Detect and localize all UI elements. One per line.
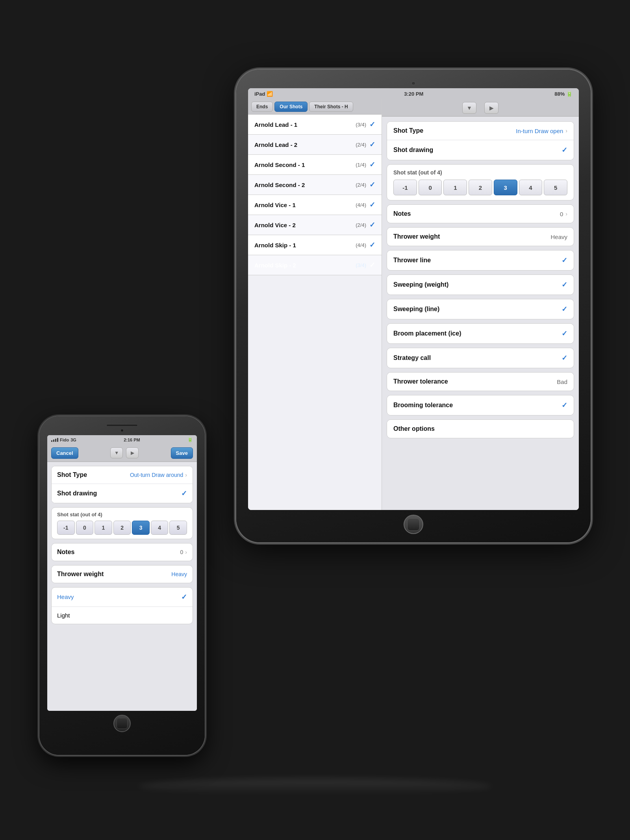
stat-btn-minus1[interactable]: -1 bbox=[393, 180, 417, 195]
iphone-dropdown-light[interactable]: Light bbox=[52, 607, 193, 624]
iphone-screen: Fido 3G 2:16 PM 🔋 Cancel ▼ ▶ Save bbox=[47, 435, 197, 711]
other-options-section: Other options bbox=[387, 419, 574, 438]
shot-stat-section: Shot stat (out of 4) -1 0 1 2 3 4 5 bbox=[387, 164, 574, 200]
ipad-content: Ends Our Shots Their Shots - H Arnold Le… bbox=[248, 99, 579, 510]
shot-drawing-row[interactable]: Shot drawing ✓ bbox=[387, 140, 574, 160]
iphone-stat-btn-5[interactable]: 5 bbox=[169, 521, 187, 535]
shot-type-row[interactable]: Shot Type In-turn Draw open › bbox=[387, 122, 574, 140]
stat-btn-2[interactable]: 2 bbox=[469, 180, 492, 195]
ipad-home-button[interactable] bbox=[404, 515, 423, 534]
thrower-tolerance-section: Thrower tolerance Bad bbox=[387, 372, 574, 391]
ipad-tab-ends[interactable]: Ends bbox=[251, 102, 273, 112]
ipad-time: 3:20 PM bbox=[404, 91, 423, 97]
iphone-home-button[interactable] bbox=[113, 715, 131, 732]
ipad-toolbar: ▼ ▶ bbox=[382, 99, 579, 117]
stat-btn-0[interactable]: 0 bbox=[419, 180, 442, 195]
brooming-tolerance-section: Brooming tolerance ✓ bbox=[387, 395, 574, 415]
save-button[interactable]: Save bbox=[171, 447, 193, 459]
iphone-form: Shot Type Out-turn Draw around › Shot dr… bbox=[47, 462, 197, 711]
stat-btn-5[interactable]: 5 bbox=[544, 180, 567, 195]
iphone-battery-icon: 🔋 bbox=[187, 437, 193, 442]
iphone-time: 2:16 PM bbox=[124, 438, 140, 442]
ipad-screen: iPad 📶 3:20 PM 88% 🔋 Ends Our Shots Thei… bbox=[248, 88, 579, 510]
stat-btn-3[interactable]: 3 bbox=[494, 180, 517, 195]
stat-btn-1[interactable]: 1 bbox=[443, 180, 467, 195]
list-item[interactable]: Arnold Skip - 1 (4/4) ✓ bbox=[248, 235, 382, 255]
iphone-dropdown-heavy[interactable]: Heavy ✓ bbox=[52, 588, 193, 607]
notes-row[interactable]: Notes 0 › bbox=[387, 205, 574, 223]
ipad-tabs: Ends Our Shots Their Shots - H bbox=[248, 99, 382, 115]
strategy-call-row[interactable]: Strategy call ✓ bbox=[387, 348, 574, 368]
iphone-thrower-weight-row[interactable]: Thrower weight Heavy bbox=[52, 566, 193, 583]
ipad-home-button-inner bbox=[407, 518, 420, 531]
next-button[interactable]: ▶ bbox=[126, 447, 139, 458]
iphone-carrier: Fido bbox=[60, 438, 69, 442]
ipad-form: Shot Type In-turn Draw open › Shot drawi… bbox=[382, 117, 579, 510]
thrower-weight-row[interactable]: Thrower weight Heavy bbox=[387, 228, 574, 246]
reflection bbox=[138, 779, 492, 794]
broom-placement-row[interactable]: Broom placement (ice) ✓ bbox=[387, 324, 574, 343]
iphone-network: 3G bbox=[70, 438, 76, 442]
sweeping-weight-section: Sweeping (weight) ✓ bbox=[387, 274, 574, 295]
iphone-shot-type-row[interactable]: Shot Type Out-turn Draw around › bbox=[52, 466, 193, 484]
list-item[interactable]: Arnold Lead - 1 (3/4) ✓ bbox=[248, 115, 382, 135]
stat-btn-4[interactable]: 4 bbox=[519, 180, 543, 195]
iphone-device: Fido 3G 2:16 PM 🔋 Cancel ▼ ▶ Save bbox=[39, 416, 205, 755]
sweeping-weight-row[interactable]: Sweeping (weight) ✓ bbox=[387, 275, 574, 295]
thrower-weight-section: Thrower weight Heavy bbox=[387, 227, 574, 246]
iphone-stat-btn-0[interactable]: 0 bbox=[76, 521, 94, 535]
ipad-battery: 88% 🔋 bbox=[554, 91, 573, 97]
iphone-shot-stat-section: Shot stat (out of 4) -1 0 1 2 3 4 5 bbox=[51, 507, 193, 539]
ipad-list: Arnold Lead - 1 (3/4) ✓ Arnold Lead - 2 … bbox=[248, 115, 382, 510]
ipad-carrier: iPad 📶 bbox=[254, 91, 273, 97]
broom-placement-section: Broom placement (ice) ✓ bbox=[387, 323, 574, 344]
list-item[interactable]: Arnold Vice - 1 (4/4) ✓ bbox=[248, 195, 382, 215]
ipad-status-bar: iPad 📶 3:20 PM 88% 🔋 bbox=[248, 88, 579, 99]
iphone-signal-icon bbox=[51, 438, 58, 442]
list-item[interactable]: Arnold Vice - 2 (2/4) ✓ bbox=[248, 215, 382, 235]
iphone-camera bbox=[120, 429, 124, 432]
other-options-row[interactable]: Other options bbox=[387, 420, 574, 438]
ipad-tab-our-shots[interactable]: Our Shots bbox=[274, 102, 308, 112]
iphone-shot-drawing-row[interactable]: Shot drawing ✓ bbox=[52, 484, 193, 503]
iphone-nav-buttons: ▼ ▶ bbox=[110, 447, 139, 458]
thrower-line-row[interactable]: Thrower line ✓ bbox=[387, 250, 574, 270]
iphone-thrower-weight-section: Thrower weight Heavy bbox=[51, 565, 193, 583]
prev-button[interactable]: ▼ bbox=[462, 102, 476, 114]
ipad-right-panel: ▼ ▶ Shot Type In-turn Draw open › bbox=[382, 99, 579, 510]
list-item-selected[interactable]: Arnold Skip - 2 (3/4) ✓ bbox=[248, 255, 382, 275]
prev-button[interactable]: ▼ bbox=[110, 447, 123, 458]
list-item[interactable]: Arnold Second - 2 (2/4) ✓ bbox=[248, 175, 382, 195]
ipad-tab-their-shots[interactable]: Their Shots - H bbox=[309, 102, 353, 112]
shot-type-section: Shot Type In-turn Draw open › Shot drawi… bbox=[387, 121, 574, 160]
ipad-left-panel: Ends Our Shots Their Shots - H Arnold Le… bbox=[248, 99, 382, 510]
sweeping-line-row[interactable]: Sweeping (line) ✓ bbox=[387, 299, 574, 319]
stat-buttons: -1 0 1 2 3 4 5 bbox=[393, 180, 567, 195]
iphone-toolbar: Cancel ▼ ▶ Save bbox=[47, 445, 197, 462]
iphone-status-bar: Fido 3G 2:16 PM 🔋 bbox=[47, 435, 197, 445]
iphone-notes-section: Notes 0 › bbox=[51, 543, 193, 561]
thrower-tolerance-row[interactable]: Thrower tolerance Bad bbox=[387, 373, 574, 391]
iphone-home-button-inner bbox=[117, 718, 128, 729]
ipad-camera bbox=[411, 82, 415, 85]
list-item[interactable]: Arnold Lead - 2 (2/4) ✓ bbox=[248, 135, 382, 155]
iphone-shot-type-section: Shot Type Out-turn Draw around › Shot dr… bbox=[51, 466, 193, 503]
thrower-line-section: Thrower line ✓ bbox=[387, 250, 574, 271]
strategy-call-section: Strategy call ✓ bbox=[387, 348, 574, 368]
iphone-stat-btn-2[interactable]: 2 bbox=[113, 521, 131, 535]
iphone-stat-btn-3[interactable]: 3 bbox=[132, 521, 150, 535]
scene: iPad 📶 3:20 PM 88% 🔋 Ends Our Shots Thei… bbox=[39, 46, 591, 794]
iphone-stat-btn-minus1[interactable]: -1 bbox=[57, 521, 75, 535]
sweeping-line-section: Sweeping (line) ✓ bbox=[387, 299, 574, 319]
iphone-stat-btn-4[interactable]: 4 bbox=[151, 521, 169, 535]
cancel-button[interactable]: Cancel bbox=[51, 447, 78, 459]
brooming-tolerance-row[interactable]: Brooming tolerance ✓ bbox=[387, 395, 574, 415]
next-button[interactable]: ▶ bbox=[484, 102, 498, 114]
iphone-weight-dropdown: Heavy ✓ Light bbox=[51, 587, 193, 624]
list-item[interactable]: Arnold Second - 1 (1/4) ✓ bbox=[248, 155, 382, 175]
iphone-stat-btn-1[interactable]: 1 bbox=[94, 521, 112, 535]
iphone-stat-buttons: -1 0 1 2 3 4 5 bbox=[57, 521, 187, 535]
ipad-device: iPad 📶 3:20 PM 88% 🔋 Ends Our Shots Thei… bbox=[236, 70, 591, 542]
iphone-notes-row[interactable]: Notes 0 › bbox=[52, 543, 193, 561]
notes-section: Notes 0 › bbox=[387, 204, 574, 223]
